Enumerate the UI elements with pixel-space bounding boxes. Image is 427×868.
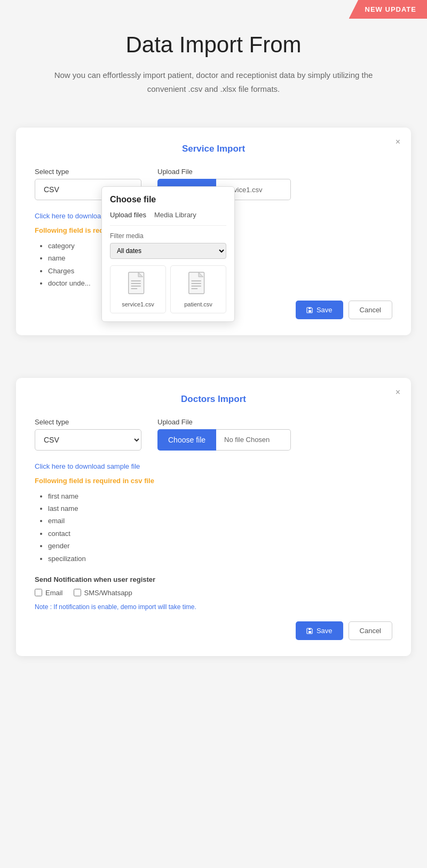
- doctors-download-sample-link[interactable]: Click here to download sample file: [35, 462, 140, 470]
- tab-upload-files[interactable]: Upload files: [110, 211, 146, 221]
- service-import-card: Service Import × Select type CSV XLSX Up…: [16, 128, 411, 335]
- service-save-button[interactable]: Save: [296, 301, 343, 319]
- doctors-upload-row: Choose file No file Chosen: [157, 429, 291, 451]
- service-cancel-button[interactable]: Cancel: [349, 301, 392, 319]
- notification-title: Send Notification when user register: [35, 575, 392, 583]
- list-item: gender: [48, 540, 392, 552]
- upload-file-label: Upload File: [157, 168, 291, 176]
- doctors-required-fields-label: Following field is required in csv file: [35, 477, 392, 485]
- doctors-choose-file-button[interactable]: Choose file: [157, 429, 216, 451]
- filter-label: Filter media: [110, 232, 226, 240]
- svg-rect-10: [309, 310, 311, 312]
- doctors-upload-file-group: Upload File Choose file No file Chosen: [157, 418, 291, 451]
- new-update-banner: NEW UPDATE: [349, 0, 427, 19]
- list-item: last name: [48, 502, 392, 515]
- doctors-cancel-button[interactable]: Cancel: [349, 621, 392, 640]
- notification-section: Send Notification when user register Ema…: [35, 575, 392, 611]
- notification-note: Note : If notification is enable, demo i…: [35, 603, 392, 611]
- notification-email-checkbox[interactable]: [35, 589, 42, 596]
- notification-email-label: Email: [45, 589, 63, 597]
- file-item[interactable]: service1.csv: [110, 265, 166, 313]
- notification-options: Email SMS/Whatsapp: [35, 589, 392, 597]
- file-icon: [188, 271, 209, 298]
- filter-select[interactable]: All dates: [110, 243, 226, 259]
- notification-email-option[interactable]: Email: [35, 589, 63, 597]
- page-title: Data Import From: [43, 32, 384, 58]
- file-icon: [128, 271, 149, 298]
- service-import-title: Service Import: [35, 144, 392, 154]
- doctors-select-type-group: Select type CSV XLSX: [35, 418, 141, 451]
- list-item: specilization: [48, 553, 392, 565]
- notification-sms-label: SMS/Whatsapp: [84, 589, 132, 597]
- file-item-name: patient.csv: [184, 301, 212, 307]
- svg-rect-11: [309, 307, 311, 309]
- file-grid: service1.csv patient.csv: [110, 265, 226, 313]
- doctors-import-title: Doctors Import: [35, 394, 392, 405]
- list-item: first name: [48, 490, 392, 502]
- file-item[interactable]: patient.csv: [170, 265, 226, 313]
- save-icon: [306, 306, 313, 313]
- notification-sms-checkbox[interactable]: [74, 589, 81, 596]
- doctors-import-form-row: Select type CSV XLSX Upload File Choose …: [35, 418, 392, 451]
- doctors-upload-file-label: Upload File: [157, 418, 291, 426]
- page-description: Now you can effortlessly import patient,…: [43, 68, 384, 96]
- file-item-name: service1.csv: [122, 301, 154, 307]
- file-picker-tabs: Upload files Media Library: [110, 211, 226, 226]
- list-item: contact: [48, 527, 392, 540]
- list-item: email: [48, 515, 392, 527]
- doctors-import-card: Doctors Import × Select type CSV XLSX Up…: [16, 378, 411, 656]
- select-type-label: Select type: [35, 168, 141, 176]
- svg-rect-13: [309, 628, 311, 630]
- save-icon: [306, 627, 313, 634]
- doctors-save-button[interactable]: Save: [296, 621, 343, 640]
- service-import-close[interactable]: ×: [396, 137, 400, 147]
- doctors-import-footer: Save Cancel: [35, 621, 392, 640]
- file-picker-popup: Choose file Upload files Media Library F…: [101, 186, 235, 322]
- doctors-file-name-display: No file Chosen: [216, 429, 291, 451]
- doctors-select-type-label: Select type: [35, 418, 141, 426]
- svg-rect-12: [309, 631, 311, 633]
- doctors-select-type-input[interactable]: CSV XLSX: [35, 429, 141, 451]
- notification-sms-option[interactable]: SMS/Whatsapp: [74, 589, 132, 597]
- file-picker-title: Choose file: [110, 195, 226, 204]
- doctors-required-fields-list: first name last name email contact gende…: [35, 490, 392, 565]
- tab-media-library[interactable]: Media Library: [154, 211, 196, 221]
- doctors-import-close[interactable]: ×: [396, 388, 400, 397]
